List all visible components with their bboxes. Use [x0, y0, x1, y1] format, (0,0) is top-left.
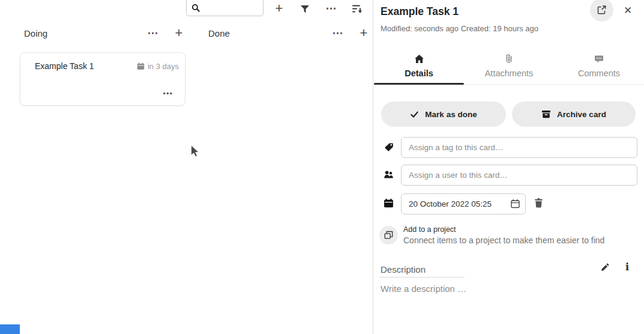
panel-title: Example Task 1 [381, 5, 459, 18]
kanban-card[interactable]: Example Task 1 in 3 days ⋯ [20, 52, 185, 106]
description-info-button[interactable]: i [625, 261, 629, 273]
active-tab-underline [374, 83, 464, 85]
search-icon [191, 4, 200, 13]
assign-tag-input[interactable] [401, 137, 637, 158]
pencil-icon [601, 263, 610, 272]
archive-card-button[interactable]: Archive card [512, 102, 636, 127]
card-due-text: in 3 days [148, 62, 179, 71]
tab-attachments[interactable]: Attachments [464, 48, 554, 84]
mark-as-done-button[interactable]: Mark as done [381, 102, 506, 127]
filter-button[interactable] [299, 2, 310, 16]
add-to-project-subtitle: Connect items to a project to make them … [403, 235, 604, 245]
tab-comments[interactable]: Comments [554, 48, 644, 84]
assign-user-input[interactable] [401, 165, 637, 186]
board-menu-button[interactable]: ⋯ [324, 1, 339, 16]
close-panel-button[interactable]: ✕ [619, 1, 637, 19]
info-icon: i [625, 261, 629, 273]
date-picker-button[interactable] [510, 199, 520, 211]
tab-details[interactable]: Details [374, 48, 464, 84]
column-done-add-card-button[interactable]: + [357, 25, 371, 41]
ellipsis-icon: ⋯ [148, 28, 159, 38]
filter-icon [300, 4, 310, 14]
column-title-done: Done [208, 28, 230, 38]
mark-as-done-label: Mark as done [425, 110, 477, 119]
home-icon [414, 54, 424, 64]
search-input[interactable] [203, 2, 260, 14]
tab-comments-label: Comments [578, 68, 620, 78]
card-menu-button[interactable]: ⋯ [163, 88, 173, 99]
search-box[interactable] [186, 0, 263, 16]
blue-corner-artifact [0, 324, 20, 334]
paperclip-icon [504, 53, 514, 64]
add-column-button[interactable]: + [271, 0, 287, 17]
add-to-project-title: Add to a project [403, 225, 456, 234]
calendar-icon [384, 198, 394, 211]
edit-description-button[interactable] [601, 263, 610, 273]
archive-card-label: Archive card [557, 110, 606, 119]
close-icon: ✕ [624, 4, 632, 17]
archive-icon [541, 109, 551, 119]
mouse-cursor [190, 145, 200, 159]
plus-icon: + [175, 26, 183, 40]
column-done-menu-button[interactable]: ⋯ [331, 26, 345, 40]
sort-descending-icon [351, 3, 363, 15]
trash-icon [534, 198, 544, 208]
due-date-value: 20 October 2022 05:25 [409, 199, 492, 208]
users-icon [384, 170, 394, 181]
sort-button[interactable] [351, 2, 364, 16]
comment-icon [594, 55, 604, 64]
tag-icon [384, 142, 394, 154]
calendar-outline-icon [510, 199, 520, 209]
ellipsis-icon: ⋯ [326, 3, 337, 14]
open-in-window-button[interactable] [590, 0, 613, 22]
project-windows-icon [384, 231, 393, 240]
description-placeholder[interactable]: Write a description … [381, 284, 466, 294]
calendar-icon [137, 62, 145, 70]
ellipsis-icon: ⋯ [333, 28, 344, 38]
card-detail-panel: Example Task 1 Modified: seconds ago Cre… [374, 0, 644, 334]
check-icon [410, 110, 419, 119]
external-link-icon [597, 5, 607, 15]
kanban-board: + ⋯ Doing ⋯ + Done ⋯ + Example Task 1 [0, 0, 373, 334]
plus-icon: + [360, 26, 368, 40]
panel-meta: Modified: seconds ago Created: 19 hours … [381, 24, 538, 33]
remove-due-date-button[interactable] [534, 198, 544, 210]
description-label: Description [381, 264, 426, 275]
column-doing-menu-button[interactable]: ⋯ [146, 26, 160, 40]
column-title-doing: Doing [24, 28, 47, 38]
tab-details-label: Details [405, 68, 433, 78]
column-doing-add-card-button[interactable]: + [172, 25, 186, 41]
card-title: Example Task 1 [35, 61, 94, 71]
due-date-field[interactable]: 20 October 2022 05:25 [401, 193, 526, 214]
card-due-badge: in 3 days [137, 62, 179, 71]
plus-icon: + [275, 2, 283, 15]
tab-attachments-label: Attachments [485, 68, 534, 78]
description-divider [379, 277, 465, 278]
add-to-project-button[interactable] [379, 226, 398, 244]
panel-tabbar: Details Attachments Comments [374, 48, 644, 85]
